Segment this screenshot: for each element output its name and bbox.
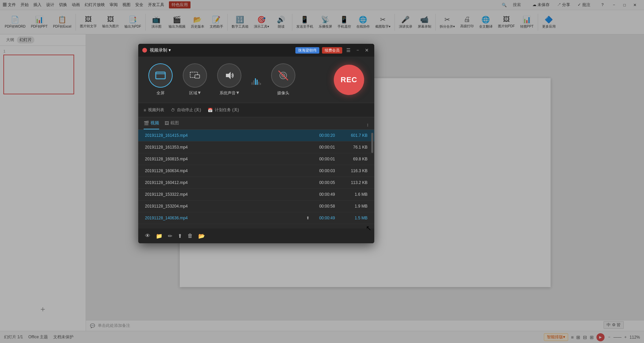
file-size-1: 601.7 KB — [341, 133, 368, 138]
region-label: 区域 — [189, 90, 197, 96]
file-duration-5: 00:00:05 — [314, 180, 341, 185]
file-duration-1: 00:00:20 — [314, 133, 341, 138]
user-name-badge: 珠海梁朝伟 — [295, 47, 319, 54]
camera-circle — [271, 63, 295, 88]
list-scrollbar[interactable] — [371, 131, 374, 228]
recorder-controls: 全屏 区域 ▾ — [138, 57, 374, 103]
tab-video[interactable]: 🎬 视频 — [144, 120, 159, 129]
rec-button[interactable]: REC — [334, 65, 364, 95]
system-audio-circle — [217, 63, 241, 88]
recorder-window: 视频录制 ▾ 珠海梁朝伟 续费会员 ☰ － ✕ 全屏 — [138, 44, 374, 243]
fullscreen-circle — [148, 63, 173, 88]
file-size-7: 1.9 MB — [341, 204, 368, 209]
schedule-label: 计划任务 (关) — [215, 107, 239, 113]
recorder-title: 视频录制 ▾ — [150, 47, 295, 53]
file-row-7[interactable]: 20191128_153204.mp4 00:00:58 1.9 MB — [138, 200, 374, 212]
file-size-8: 1.5 MB — [341, 216, 368, 220]
file-duration-8: 00:00:49 — [314, 216, 341, 220]
rec-title-dot — [142, 48, 147, 53]
vip-badge[interactable]: 续费会员 — [322, 47, 342, 54]
file-duration-2: 00:00:01 — [314, 145, 341, 150]
file-name-3: 20191128_160815.mp4 — [145, 157, 314, 161]
close-icon[interactable]: ✕ — [363, 47, 370, 54]
auto-stop-btn[interactable]: ⏱ 自动停止 (关) — [171, 107, 201, 113]
file-size-6: 1.6 MB — [341, 192, 368, 197]
auto-stop-icon: ⏱ — [171, 108, 175, 113]
file-name-4: 20191128_160634.mp4 — [145, 168, 314, 173]
svg-marker-4 — [226, 72, 231, 79]
video-list-label: 视频列表 — [148, 107, 164, 113]
file-duration-3: 00:00:01 — [314, 157, 341, 161]
schedule-task-btn[interactable]: 📅 计划任务 (关) — [208, 107, 239, 113]
minimize-icon[interactable]: － — [354, 46, 361, 54]
file-row-5[interactable]: 20191128_160412.mp4 00:00:05 113.2 KB — [138, 177, 374, 189]
file-size-3: 69.8 KB — [341, 157, 368, 161]
file-name-2: 20191128_161353.mp4 — [145, 145, 314, 150]
file-list: 20191128_161415.mp4 00:00:20 601.7 KB 20… — [138, 130, 374, 224]
recorder-footer: 👁 📁 ✏ ⬆ 🗑 📂 — [138, 228, 374, 243]
file-name-5: 20191128_160412.mp4 — [145, 180, 314, 185]
file-row-6[interactable]: 20191128_153322.mp4 00:00:49 1.6 MB — [138, 189, 374, 200]
volume-lines — [252, 75, 261, 85]
list-tabs: 🎬 视频 🖼 截图 ↕ — [138, 117, 374, 130]
volume-indicator — [252, 75, 261, 85]
file-row-1[interactable]: 20191128_161415.mp4 00:00:20 601.7 KB — [138, 130, 374, 142]
auto-stop-label: 自动停止 (关) — [177, 107, 201, 113]
file-size-2: 76.1 KB — [341, 145, 368, 150]
file-row-3[interactable]: 20191128_160815.mp4 00:00:01 69.8 KB — [138, 153, 374, 165]
svg-rect-0 — [156, 72, 165, 79]
recorder-toolbar: ≡ 视频列表 ⏱ 自动停止 (关) 📅 计划任务 (关) — [138, 103, 374, 117]
fullscreen-btn[interactable]: 全屏 — [148, 63, 173, 96]
region-arrow: ▾ — [198, 89, 201, 96]
screenshot-tab-label: 截图 — [170, 120, 179, 126]
camera-btn[interactable]: 摄像头 — [271, 63, 295, 96]
schedule-icon: 📅 — [208, 108, 213, 113]
footer-view-icon[interactable]: 👁 — [145, 233, 150, 239]
file-row-2[interactable]: 20191128_161353.mp4 00:00:01 76.1 KB — [138, 142, 374, 153]
camera-label: 摄像头 — [277, 90, 289, 96]
screenshot-tab-icon: 🖼 — [165, 121, 169, 126]
footer-folder-icon[interactable]: 📂 — [198, 233, 205, 239]
fullscreen-label: 全屏 — [156, 90, 165, 96]
footer-upload-icon[interactable]: ⬆ — [178, 233, 182, 239]
upload-icon-8: ⬆ — [306, 216, 310, 220]
list-icon: ≡ — [144, 108, 146, 113]
footer-delete-icon[interactable]: 🗑 — [187, 233, 193, 239]
system-audio-btn[interactable]: 系统声音 ▾ — [217, 63, 241, 96]
footer-open-folder-icon[interactable]: 📁 — [156, 233, 163, 239]
file-name-7: 20191128_153204.mp4 — [145, 204, 314, 209]
video-list-btn[interactable]: ≡ 视频列表 — [144, 107, 164, 113]
titlebar-buttons: ☰ － ✕ — [345, 46, 370, 54]
video-tab-label: 视频 — [150, 120, 159, 126]
recorder-titlebar: 视频录制 ▾ 珠海梁朝伟 续费会员 ☰ － ✕ — [138, 44, 374, 57]
file-size-4: 116.3 KB — [341, 168, 368, 173]
system-audio-arrow: ▾ — [236, 89, 239, 96]
system-audio-label: 系统声音 — [219, 90, 236, 96]
rec-label: REC — [341, 75, 357, 84]
tab-screenshot[interactable]: 🖼 截图 — [165, 120, 179, 129]
menu-icon[interactable]: ☰ — [345, 47, 352, 54]
file-size-5: 113.2 KB — [341, 180, 368, 185]
video-tab-icon: 🎬 — [144, 121, 149, 126]
region-circle — [183, 63, 207, 88]
file-row-4[interactable]: 20191128_160634.mp4 00:00:03 116.3 KB — [138, 165, 374, 177]
file-name-6: 20191128_153322.mp4 — [145, 192, 314, 197]
file-name-8: 20191128_140636.mp4 — [145, 216, 302, 220]
sort-btn[interactable]: ↕ — [367, 122, 369, 127]
svg-rect-3 — [195, 75, 200, 78]
footer-edit-icon[interactable]: ✏ — [168, 233, 172, 239]
recorder-title-arrow[interactable]: ▾ — [169, 48, 171, 53]
file-duration-7: 00:00:58 — [314, 204, 341, 209]
recorder-list: 🎬 视频 🖼 截图 ↕ 20191128_161415.mp4 00:00:20… — [138, 117, 374, 228]
file-duration-4: 00:00:03 — [314, 168, 341, 173]
recorder-title-text: 视频录制 — [150, 48, 167, 53]
file-name-1: 20191128_161415.mp4 — [145, 133, 314, 138]
region-btn[interactable]: 区域 ▾ — [183, 63, 207, 96]
file-row-8[interactable]: 20191128_140636.mp4 ⬆ 00:00:49 1.5 MB — [138, 212, 374, 224]
modal-overlay: 视频录制 ▾ 珠海梁朝伟 续费会员 ☰ － ✕ 全屏 — [0, 0, 644, 343]
file-duration-6: 00:00:49 — [314, 192, 341, 197]
